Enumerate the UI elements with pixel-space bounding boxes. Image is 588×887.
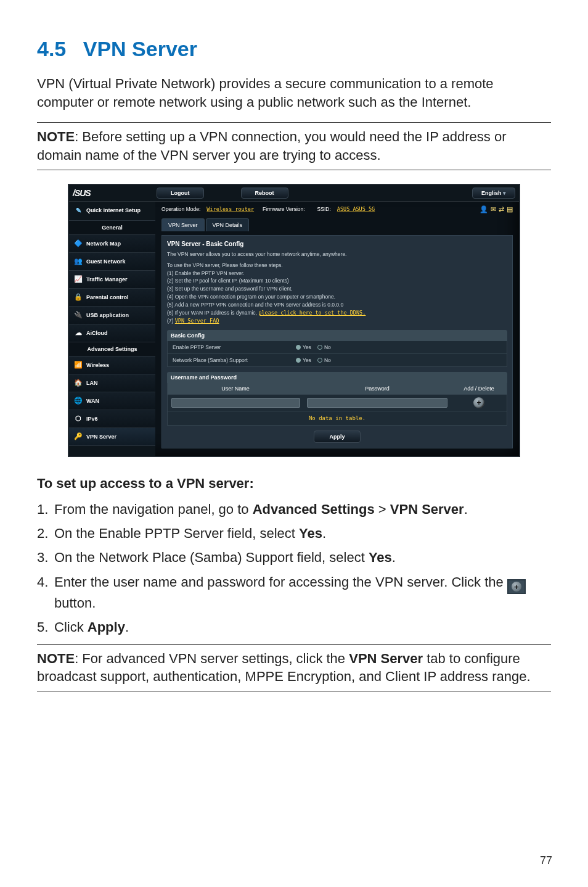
- sidebar-item-label: LAN: [86, 380, 98, 386]
- sidebar-item[interactable]: 🌐WAN: [69, 392, 155, 410]
- username-input[interactable]: [171, 398, 300, 408]
- wand-icon: ✎: [74, 207, 83, 215]
- basic-config-header: Basic Config: [167, 330, 507, 341]
- sidebar-item[interactable]: 🔌USB application: [69, 307, 155, 324]
- panel-description: The VPN server allows you to access your…: [167, 251, 507, 258]
- vpn-faq-link[interactable]: VPN Server FAQ: [175, 318, 219, 324]
- instruction-item: 5.Click Apply.: [37, 618, 551, 636]
- panel-step: (3) Set up the username and password for…: [167, 286, 507, 293]
- instructions-list: 1.From the navigation panel, go to Advan…: [37, 500, 551, 637]
- radio-no[interactable]: No: [317, 357, 331, 363]
- sidebar-item[interactable]: ⬡IPv6: [69, 410, 155, 428]
- mail-icon[interactable]: ✉: [491, 205, 496, 213]
- note-box-bottom: NOTE: For advanced VPN server settings, …: [37, 644, 551, 691]
- sidebar-item[interactable]: 🔒Parental control: [69, 289, 155, 307]
- instruction-text: From the navigation panel, go to Advance…: [54, 500, 551, 518]
- tab-vpn-details[interactable]: VPN Details: [206, 218, 250, 231]
- instruction-text: On the Network Place (Samba) Support fie…: [54, 548, 551, 566]
- note-bold: VPN Server: [349, 651, 423, 666]
- panel-step: (2) Set the IP pool for client IP. (Maxi…: [167, 278, 507, 285]
- config-label: Enable PPTP Server: [168, 341, 291, 353]
- sidebar-item[interactable]: 📶Wireless: [69, 357, 155, 374]
- radio-dot-icon: [317, 345, 322, 350]
- sidebar-item-label: Traffic Manager: [86, 276, 128, 283]
- note-text: : Before setting up a VPN connection, yo…: [37, 129, 507, 163]
- note-box-top: NOTE: Before setting up a VPN connection…: [37, 122, 551, 170]
- section-number: 4.5: [37, 37, 66, 60]
- sidebar-item-label: Quick Internet Setup: [86, 208, 141, 214]
- radio-yes[interactable]: Yes: [296, 357, 311, 363]
- sidebar-item-label: AiCloud: [86, 330, 108, 336]
- note-label: NOTE: [37, 651, 75, 666]
- step-6: (6) If your WAN IP address is dynamic, p…: [167, 310, 507, 317]
- config-panel: VPN Server - Basic Config The VPN server…: [161, 235, 513, 448]
- sidebar-item-label: Wireless: [86, 362, 109, 368]
- sidebar-item[interactable]: 🔷Network Map: [69, 235, 155, 253]
- add-button[interactable]: +: [473, 397, 484, 408]
- col-action: Add / Delete: [451, 383, 507, 394]
- instruction-number: 3.: [37, 548, 54, 566]
- sidebar-item[interactable]: 📈Traffic Manager: [69, 271, 155, 289]
- step-7: (7) VPN Server FAQ: [167, 318, 507, 325]
- ssid-value-link[interactable]: ASUS ASUS_5G: [337, 206, 375, 212]
- no-data-text: No data in table.: [167, 411, 507, 426]
- tab-vpn-server[interactable]: VPN Server: [161, 218, 205, 231]
- sidebar-icon: 📶: [74, 361, 83, 369]
- sidebar-item[interactable]: 👥Guest Network: [69, 253, 155, 271]
- logout-button[interactable]: Logout: [157, 188, 204, 199]
- sidebar-icon: 🔒: [74, 293, 83, 302]
- screenshot-topbar: /SUS Logout Reboot English ▾: [69, 185, 519, 202]
- radio-yes[interactable]: Yes: [296, 344, 311, 350]
- tab-bar: VPN Server VPN Details: [161, 218, 513, 231]
- device-icon[interactable]: ▤: [507, 205, 513, 213]
- panel-title: VPN Server - Basic Config: [167, 241, 507, 247]
- instruction-item: 2.On the Enable PPTP Server field, selec…: [37, 524, 551, 542]
- sidebar-item-label: Parental control: [86, 294, 129, 300]
- radio-no[interactable]: No: [317, 344, 331, 350]
- add-icon: +: [507, 579, 526, 594]
- instruction-text: On the Enable PPTP Server field, select …: [54, 524, 551, 542]
- table-header: User Name Password Add / Delete: [167, 383, 507, 395]
- apply-button[interactable]: Apply: [314, 431, 360, 443]
- section-heading: 4.5 VPN Server: [37, 37, 551, 61]
- brand-logo: /SUS: [73, 188, 157, 198]
- sidebar-icon: ⬡: [74, 415, 83, 423]
- main-panel: Operation Mode: Wireless router Firmware…: [155, 202, 519, 456]
- status-bar: Operation Mode: Wireless router Firmware…: [161, 205, 513, 216]
- language-selector[interactable]: English ▾: [472, 188, 515, 199]
- username-password-header: Username and Password: [167, 372, 507, 383]
- sidebar-item-label: WAN: [86, 398, 99, 404]
- sidebar-item-label: Network Map: [86, 241, 121, 247]
- panel-step: (4) Open the VPN connection program on y…: [167, 294, 507, 301]
- usb-icon[interactable]: ⇄: [499, 205, 504, 213]
- sidebar-header-general: General: [69, 221, 155, 235]
- reboot-button[interactable]: Reboot: [241, 188, 288, 199]
- firmware-label: Firmware Version:: [263, 206, 305, 212]
- instruction-number: 5.: [37, 618, 54, 636]
- sidebar-icon: 🔑: [74, 432, 83, 441]
- col-username: User Name: [168, 383, 303, 394]
- instruction-item: 1.From the navigation panel, go to Advan…: [37, 500, 551, 518]
- sidebar-icon: 🔷: [74, 239, 83, 248]
- ddns-link[interactable]: please click here to set the DDNS.: [258, 310, 365, 316]
- col-password: Password: [303, 383, 451, 394]
- opmode-label: Operation Mode:: [161, 206, 200, 212]
- config-label: Network Place (Samba) Support: [168, 354, 291, 366]
- instruction-number: 2.: [37, 524, 54, 542]
- section-title: VPN Server: [83, 37, 197, 60]
- sidebar-item[interactable]: ☁AiCloud: [69, 324, 155, 342]
- sidebar-item-label: Guest Network: [86, 258, 126, 265]
- user-icon[interactable]: 👤: [480, 205, 488, 213]
- password-input[interactable]: [307, 398, 447, 408]
- sidebar-quick-internet-setup[interactable]: ✎ Quick Internet Setup: [69, 202, 155, 221]
- sidebar-item[interactable]: 🏠LAN: [69, 374, 155, 392]
- panel-step: (1) Enable the PPTP VPN server.: [167, 270, 507, 278]
- intro-paragraph: VPN (Virtual Private Network) provides a…: [37, 75, 551, 111]
- sidebar-item-label: USB application: [86, 312, 129, 318]
- opmode-value-link[interactable]: Wireless router: [206, 206, 254, 212]
- sidebar-item[interactable]: 🔑VPN Server: [69, 428, 155, 446]
- note-text-a: : For advanced VPN server settings, clic…: [75, 651, 349, 666]
- sidebar-item-label: IPv6: [86, 416, 98, 422]
- chevron-down-icon: ▾: [503, 190, 506, 196]
- note-label: NOTE: [37, 129, 75, 144]
